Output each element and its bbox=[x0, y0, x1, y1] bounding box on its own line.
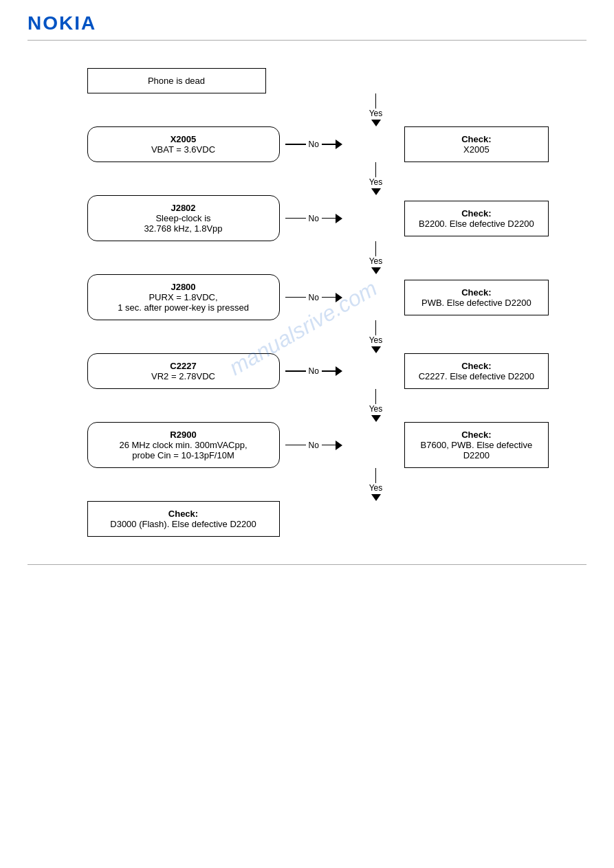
no-label: No bbox=[309, 441, 319, 450]
connector-5: Yes bbox=[184, 468, 569, 501]
node5-right-text: B7600, PWB. Else defective D2200 bbox=[421, 440, 533, 460]
h-line2 bbox=[322, 218, 336, 219]
node3-right-text: PWB. Else defective D2200 bbox=[421, 298, 531, 308]
node2-text: Sleep-clock is32.768 kHz, 1.8Vpp bbox=[144, 213, 222, 234]
node1-bold: X2005 bbox=[171, 134, 197, 144]
yes-label: Yes bbox=[369, 109, 383, 118]
node4-row: C2227 VR2 = 2.78VDC No Check: C2227. Els… bbox=[46, 353, 569, 389]
node2-hconnector: No bbox=[285, 214, 342, 223]
arrow-down bbox=[371, 267, 381, 274]
node4-right-bold: Check: bbox=[461, 361, 491, 371]
h-line bbox=[285, 218, 306, 219]
start-row: Phone is dead bbox=[46, 68, 569, 93]
v-line bbox=[375, 162, 377, 177]
connector-1: Yes bbox=[184, 162, 569, 195]
node5-text: 26 MHz clock min. 300mVACpp,probe Cin = … bbox=[119, 440, 247, 460]
h-line bbox=[285, 297, 306, 298]
node3-row: J2800 PURX = 1.8VDC,1 sec. after power-k… bbox=[46, 274, 569, 320]
node1-hconnector: No bbox=[285, 140, 342, 149]
node3-hconnector: No bbox=[285, 293, 342, 302]
node1-right-bold: Check: bbox=[461, 134, 491, 144]
h-line2 bbox=[322, 144, 336, 145]
yes-label: Yes bbox=[369, 404, 383, 414]
node3-text: PURX = 1.8VDC,1 sec. after power-key is … bbox=[118, 292, 249, 313]
arrow-down bbox=[371, 120, 381, 126]
end-text: D3000 (Flash). Else defective D2200 bbox=[110, 519, 256, 529]
node4-box: C2227 VR2 = 2.78VDC bbox=[87, 353, 280, 389]
arrow-right bbox=[336, 214, 342, 223]
node2-right-bold: Check: bbox=[461, 208, 491, 219]
no-label: No bbox=[309, 140, 319, 149]
node5-row: R2900 26 MHz clock min. 300mVACpp,probe … bbox=[46, 422, 569, 468]
node5-right-box: Check: B7600, PWB. Else defective D2200 bbox=[404, 422, 549, 468]
node2-bold: J2802 bbox=[171, 203, 195, 213]
page-header: NOKIA bbox=[0, 0, 614, 40]
v-line bbox=[375, 468, 377, 483]
diagram-area: manualsrive.com Phone is dead Yes X2005 … bbox=[0, 41, 614, 564]
h-line bbox=[285, 445, 306, 446]
node1-row: X2005 VBAT = 3.6VDC No Check: X2005 bbox=[46, 126, 569, 162]
flowchart: Phone is dead Yes X2005 VBAT = 3.6VDC No… bbox=[46, 68, 569, 537]
arrow-right bbox=[336, 441, 342, 450]
h-line bbox=[285, 144, 306, 145]
node5-hconnector: No bbox=[285, 441, 342, 450]
arrow-down bbox=[371, 415, 381, 422]
node1-right-text: X2005 bbox=[463, 144, 490, 155]
yes-label: Yes bbox=[369, 256, 383, 266]
node4-bold: C2227 bbox=[170, 361, 196, 371]
connector-0: Yes bbox=[184, 93, 569, 126]
node4-right-text: C2227. Else defective D2200 bbox=[419, 371, 534, 381]
node3-right-box: Check: PWB. Else defective D2200 bbox=[404, 280, 549, 315]
node2-right-box: Check: B2200. Else defective D2200 bbox=[404, 201, 549, 236]
v-line bbox=[375, 241, 377, 256]
yes-label: Yes bbox=[369, 177, 383, 187]
connector-2: Yes bbox=[184, 241, 569, 274]
h-line2 bbox=[322, 370, 336, 372]
node3-right-bold: Check: bbox=[461, 287, 491, 298]
nokia-logo: NOKIA bbox=[28, 12, 586, 34]
arrow-down bbox=[371, 346, 381, 353]
start-box: Phone is dead bbox=[87, 68, 266, 93]
end-box: Check: D3000 (Flash). Else defective D22… bbox=[87, 501, 280, 537]
node2-box: J2802 Sleep-clock is32.768 kHz, 1.8Vpp bbox=[87, 195, 280, 241]
v-line bbox=[375, 320, 377, 335]
footer-area bbox=[0, 564, 614, 592]
node1-right-box: Check: X2005 bbox=[404, 126, 549, 162]
connector-4: Yes bbox=[184, 389, 569, 422]
v-line bbox=[375, 389, 377, 404]
arrow-right bbox=[336, 366, 342, 376]
yes-label: Yes bbox=[369, 483, 383, 493]
h-line2 bbox=[322, 445, 336, 446]
arrow-right bbox=[336, 293, 342, 302]
node5-bold: R2900 bbox=[170, 430, 196, 440]
node5-right-bold: Check: bbox=[461, 430, 491, 440]
node2-right-text: B2200. Else defective D2200 bbox=[419, 219, 534, 229]
no-label: No bbox=[309, 293, 319, 302]
node2-row: J2802 Sleep-clock is32.768 kHz, 1.8Vpp N… bbox=[46, 195, 569, 241]
node3-box: J2800 PURX = 1.8VDC,1 sec. after power-k… bbox=[87, 274, 280, 320]
no-label: No bbox=[309, 366, 319, 376]
v-line bbox=[375, 93, 377, 109]
node5-box: R2900 26 MHz clock min. 300mVACpp,probe … bbox=[87, 422, 280, 468]
end-row: Check: D3000 (Flash). Else defective D22… bbox=[46, 501, 569, 537]
h-line2 bbox=[322, 297, 336, 298]
arrow-down bbox=[371, 188, 381, 195]
node3-bold: J2800 bbox=[171, 282, 195, 292]
node4-hconnector: No bbox=[285, 366, 342, 376]
no-label: No bbox=[309, 214, 319, 223]
h-line bbox=[285, 370, 306, 372]
footer-divider bbox=[28, 564, 586, 565]
arrow-down bbox=[371, 494, 381, 501]
yes-label: Yes bbox=[369, 335, 383, 345]
node1-text: VBAT = 3.6VDC bbox=[151, 144, 215, 155]
node4-right-box: Check: C2227. Else defective D2200 bbox=[404, 353, 549, 389]
connector-3: Yes bbox=[184, 320, 569, 353]
end-bold: Check: bbox=[168, 509, 198, 519]
node4-text: VR2 = 2.78VDC bbox=[151, 371, 215, 381]
node1-box: X2005 VBAT = 3.6VDC bbox=[87, 126, 280, 162]
arrow-right bbox=[336, 140, 342, 149]
